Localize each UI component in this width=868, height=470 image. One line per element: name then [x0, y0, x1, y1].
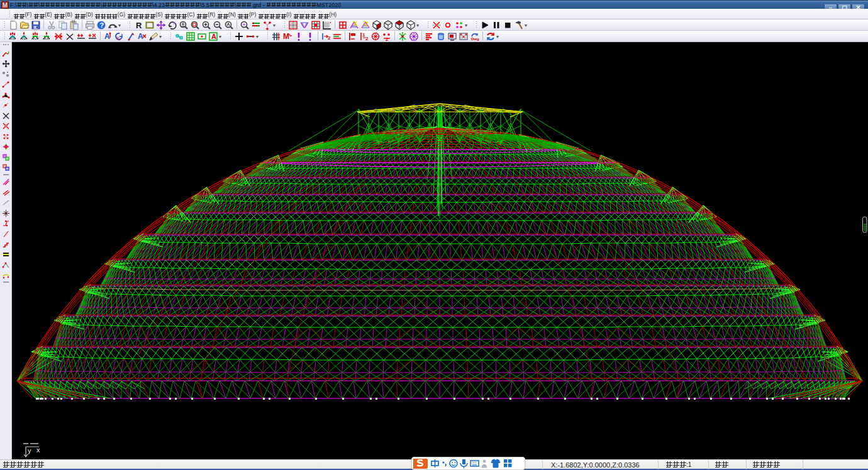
svg-text:2: 2 — [365, 36, 369, 41]
svg-text:M: M — [283, 32, 289, 41]
svg-text:A: A — [138, 32, 143, 41]
svg-text:R: R — [136, 21, 142, 30]
svg-text:Dwg: Dwg — [471, 37, 479, 41]
svg-text:±: ± — [182, 21, 185, 28]
svg-text:2: 2 — [386, 36, 389, 41]
svg-text:A: A — [211, 33, 216, 40]
svg-text:¾: ¾ — [116, 36, 121, 41]
svg-text:x: x — [36, 446, 40, 454]
svg-text:y: y — [28, 447, 31, 454]
svg-text:2: 2 — [328, 35, 331, 41]
svg-text:?: ? — [100, 21, 104, 29]
